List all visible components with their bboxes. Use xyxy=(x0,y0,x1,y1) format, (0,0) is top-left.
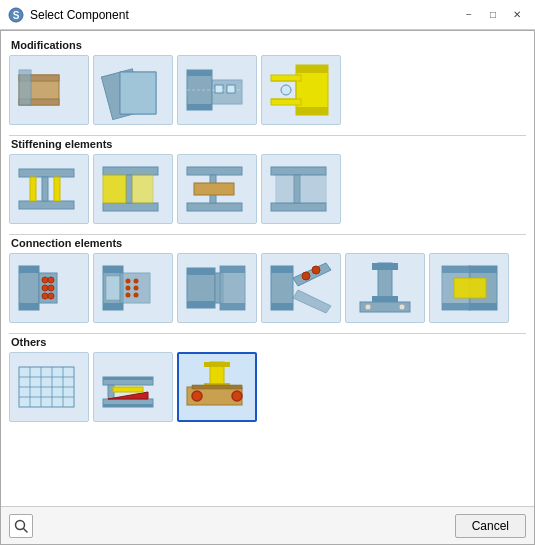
svg-point-62 xyxy=(126,293,131,298)
svg-rect-102 xyxy=(103,404,153,407)
close-button[interactable]: ✕ xyxy=(507,6,527,24)
component-item[interactable] xyxy=(93,55,173,125)
component-item[interactable] xyxy=(261,154,341,224)
svg-rect-27 xyxy=(42,177,48,201)
window-controls: − □ ✕ xyxy=(459,6,527,24)
component-item[interactable] xyxy=(177,55,257,125)
svg-rect-69 xyxy=(220,266,245,273)
component-item[interactable] xyxy=(9,154,89,224)
svg-point-49 xyxy=(42,293,48,299)
svg-rect-45 xyxy=(19,303,39,310)
svg-rect-30 xyxy=(103,167,158,175)
maximize-button[interactable]: □ xyxy=(483,6,503,24)
dialog-footer: Cancel xyxy=(1,506,534,544)
svg-rect-35 xyxy=(187,167,242,175)
component-item[interactable] xyxy=(177,253,257,323)
svg-rect-10 xyxy=(187,70,212,76)
svg-marker-34 xyxy=(132,175,153,203)
svg-point-47 xyxy=(42,277,48,283)
svg-rect-38 xyxy=(194,183,234,195)
svg-rect-40 xyxy=(271,203,326,211)
svg-point-58 xyxy=(126,279,131,284)
section-stiffening-label: Stiffening elements xyxy=(9,138,526,150)
component-item[interactable] xyxy=(9,55,89,125)
component-item[interactable] xyxy=(261,253,341,323)
component-item[interactable] xyxy=(345,253,425,323)
svg-point-107 xyxy=(192,391,202,401)
svg-rect-44 xyxy=(19,266,39,273)
svg-marker-75 xyxy=(293,290,331,313)
svg-point-76 xyxy=(302,272,310,280)
svg-rect-18 xyxy=(296,107,328,115)
app-icon: S xyxy=(8,7,24,23)
svg-rect-79 xyxy=(372,263,398,270)
svg-rect-73 xyxy=(271,303,293,310)
svg-rect-19 xyxy=(271,75,301,81)
others-items: ➜ xyxy=(9,352,526,426)
search-button[interactable] xyxy=(9,514,33,538)
svg-rect-54 xyxy=(103,266,123,273)
svg-rect-105 xyxy=(113,387,143,392)
svg-rect-13 xyxy=(215,85,223,93)
svg-line-114 xyxy=(24,528,28,532)
component-item[interactable] xyxy=(261,55,341,125)
component-item[interactable] xyxy=(9,352,89,422)
svg-rect-86 xyxy=(469,303,497,310)
window-title: Select Component xyxy=(30,8,129,22)
component-item[interactable] xyxy=(429,253,509,323)
modifications-items xyxy=(9,55,526,129)
svg-rect-55 xyxy=(103,303,123,310)
section-others: Others xyxy=(9,336,526,426)
svg-point-48 xyxy=(42,285,48,291)
search-icon xyxy=(14,519,28,533)
svg-rect-28 xyxy=(30,177,36,201)
svg-rect-26 xyxy=(19,201,74,209)
component-item[interactable] xyxy=(93,352,173,422)
svg-rect-112 xyxy=(192,385,242,389)
svg-point-21 xyxy=(281,85,291,95)
section-stiffening: Stiffening elements xyxy=(9,138,526,228)
content-area: Modifications xyxy=(1,31,534,506)
cancel-button[interactable]: Cancel xyxy=(455,514,526,538)
svg-point-83 xyxy=(399,304,405,310)
svg-rect-25 xyxy=(19,169,74,177)
minimize-button[interactable]: − xyxy=(459,6,479,24)
svg-marker-8 xyxy=(120,72,156,114)
svg-rect-36 xyxy=(187,203,242,211)
svg-rect-88 xyxy=(442,266,470,273)
svg-rect-17 xyxy=(296,65,328,73)
stiffening-items xyxy=(9,154,526,228)
svg-rect-110 xyxy=(204,362,230,367)
section-modifications: Modifications xyxy=(9,39,526,129)
svg-rect-85 xyxy=(469,266,497,273)
section-connection-label: Connection elements xyxy=(9,237,526,249)
component-item[interactable] xyxy=(93,253,173,323)
dialog-body: Modifications xyxy=(0,30,535,545)
section-others-label: Others xyxy=(9,336,526,348)
section-connection: Connection elements xyxy=(9,237,526,327)
section-modifications-label: Modifications xyxy=(9,39,526,51)
svg-marker-74 xyxy=(293,263,331,286)
svg-rect-100 xyxy=(103,377,153,380)
svg-point-61 xyxy=(134,286,139,291)
component-item[interactable] xyxy=(93,154,173,224)
svg-rect-31 xyxy=(103,203,158,211)
svg-rect-65 xyxy=(187,268,215,275)
svg-marker-33 xyxy=(103,175,126,203)
svg-text:S: S xyxy=(13,10,20,21)
component-item[interactable] xyxy=(177,154,257,224)
svg-point-59 xyxy=(134,279,139,284)
svg-rect-72 xyxy=(271,266,293,273)
connection-items xyxy=(9,253,526,327)
component-item[interactable] xyxy=(9,253,89,323)
svg-point-108 xyxy=(232,391,242,401)
svg-point-77 xyxy=(312,266,320,274)
svg-rect-29 xyxy=(54,177,60,201)
component-item-selected[interactable]: ➜ xyxy=(177,352,257,422)
svg-rect-5 xyxy=(19,70,31,105)
svg-rect-66 xyxy=(187,301,215,308)
svg-rect-32 xyxy=(126,175,132,203)
svg-rect-90 xyxy=(454,278,486,298)
svg-rect-89 xyxy=(442,303,470,310)
svg-rect-11 xyxy=(187,104,212,110)
